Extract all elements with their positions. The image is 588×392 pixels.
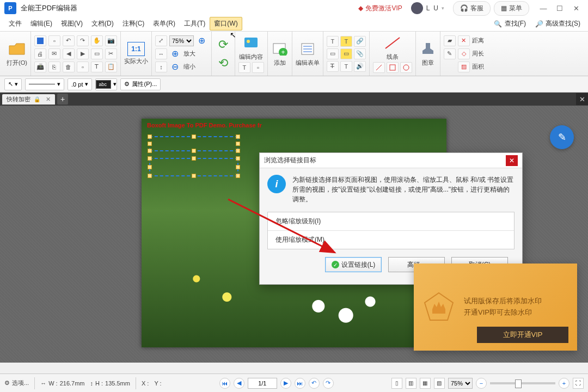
properties-button[interactable]: ⚙ 属性(P)... bbox=[120, 78, 161, 90]
undo-button[interactable]: ↶ bbox=[63, 35, 75, 46]
next-page-button[interactable]: ▶ bbox=[280, 378, 291, 389]
new-button[interactable]: ▫ bbox=[48, 35, 60, 46]
menu-comment[interactable]: 注释(C) bbox=[118, 17, 149, 30]
edit-image-tool[interactable]: ▫ bbox=[252, 62, 264, 73]
zoom-select[interactable]: 75% bbox=[169, 35, 194, 46]
refresh-cw-icon[interactable]: ⟳ bbox=[215, 36, 231, 53]
zoom-in-button[interactable]: + bbox=[559, 378, 569, 389]
next-button[interactable]: ▶ bbox=[77, 48, 89, 59]
arrow-shape[interactable] bbox=[373, 62, 385, 73]
stamp-button[interactable]: 图章 bbox=[419, 40, 437, 67]
snapshot-tool[interactable]: 📷 bbox=[105, 35, 117, 46]
zoom-out-button[interactable]: − bbox=[476, 378, 487, 389]
zoom-in-round-icon[interactable]: ⊕ bbox=[169, 48, 181, 59]
fit-page-button[interactable]: ⤢ bbox=[155, 35, 167, 46]
measure-area-tool[interactable]: ▨ bbox=[458, 62, 470, 72]
add-button[interactable]: + 添加 bbox=[271, 40, 289, 67]
prev-page-button[interactable]: ◀ bbox=[234, 378, 244, 389]
measure-distance-tool[interactable]: ✕ bbox=[458, 35, 470, 46]
refresh-ccw-icon[interactable]: ⟲ bbox=[215, 55, 231, 71]
view-single[interactable]: ▯ bbox=[391, 378, 402, 389]
menu-file[interactable]: 文件 bbox=[4, 17, 26, 30]
opt-ignore-zoom[interactable]: 忽略缩放级别(I) bbox=[268, 212, 514, 231]
edit-content-button[interactable]: 编辑内容 bbox=[239, 34, 263, 61]
redo-button[interactable]: ↷ bbox=[77, 35, 89, 46]
line-style[interactable]: ▾ bbox=[25, 78, 64, 90]
history-back-button[interactable]: ↶ bbox=[309, 378, 320, 389]
support-button[interactable]: 🎧 客服 bbox=[453, 1, 491, 16]
edit-text-tool[interactable]: T bbox=[238, 62, 250, 73]
clipboard-button[interactable]: 📋 bbox=[105, 62, 117, 72]
color-swatch[interactable]: abc ▾ bbox=[95, 78, 117, 90]
menu-edit[interactable]: 编辑(E) bbox=[26, 17, 57, 30]
main-menu-button[interactable]: ▦ 菜单 bbox=[494, 1, 529, 16]
measure-perimeter-tool[interactable]: ◇ bbox=[458, 48, 470, 59]
tabstrip-close-button[interactable]: ✕ bbox=[576, 93, 588, 105]
print-button[interactable]: 🖨 bbox=[34, 48, 46, 59]
open-button[interactable]: 打开(O) bbox=[7, 40, 27, 67]
pencil-tool[interactable]: ✎ bbox=[444, 48, 456, 59]
vip-link[interactable]: ◆ 免费激活VIP bbox=[358, 4, 402, 13]
email-button[interactable]: ✉ bbox=[48, 48, 60, 59]
avatar[interactable] bbox=[411, 2, 423, 14]
fit-height-button[interactable]: ↕ bbox=[155, 62, 167, 72]
user-name[interactable]: L U ▾ bbox=[426, 4, 445, 12]
attach-tool[interactable]: 🔗 bbox=[354, 36, 366, 47]
zoom-in-icon[interactable]: ⊕ bbox=[196, 35, 208, 46]
link-annotation-1[interactable] bbox=[149, 136, 238, 151]
vip-button[interactable]: 立即开通VIP bbox=[477, 327, 568, 343]
arrow-tool[interactable]: ↖ ▾ bbox=[4, 78, 22, 90]
scan-button[interactable]: 📠 bbox=[34, 62, 46, 72]
maximize-button[interactable]: ☐ bbox=[552, 2, 567, 14]
page-input[interactable] bbox=[248, 378, 277, 389]
extra-1-button[interactable]: ▫ bbox=[77, 62, 89, 72]
close-button[interactable]: ✕ bbox=[568, 2, 584, 14]
eraser-tool[interactable]: ▰ bbox=[444, 35, 456, 46]
zoom-out-round-icon[interactable]: ⊖ bbox=[169, 62, 181, 72]
tab-close-icon[interactable]: ✕ bbox=[46, 96, 51, 103]
menu-form[interactable]: 表单(R) bbox=[149, 17, 180, 30]
menu-tools[interactable]: 工具(T) bbox=[180, 17, 210, 30]
advanced-find-button[interactable]: 🔎 高级查找(S) bbox=[531, 17, 584, 30]
add-tab-button[interactable]: + bbox=[57, 94, 68, 105]
actual-size-button[interactable]: 1:1 实际大小 bbox=[124, 42, 148, 65]
options-button[interactable]: ⚙ 选项... bbox=[4, 379, 29, 387]
view-facing[interactable]: ▦ bbox=[420, 378, 431, 389]
dialog-close-button[interactable]: ✕ bbox=[506, 155, 518, 166]
callout-tool[interactable]: ▭ bbox=[340, 48, 352, 59]
zoom-slider[interactable] bbox=[490, 382, 555, 384]
menu-view[interactable]: 视图(V) bbox=[57, 17, 87, 30]
dialog-titlebar[interactable]: 浏览选择链接目标 ✕ bbox=[260, 153, 522, 168]
point-size-input[interactable]: .0 pt ▾ bbox=[68, 78, 92, 90]
edit-form-button[interactable]: 编辑表单 bbox=[296, 40, 320, 67]
set-link-button[interactable]: ✓ 设置链接(L) bbox=[325, 257, 382, 272]
text-select-tool[interactable]: ꓔ bbox=[91, 62, 103, 72]
history-fwd-button[interactable]: ↷ bbox=[323, 378, 334, 389]
select-tool[interactable]: ▭ bbox=[91, 48, 103, 59]
rect-shape[interactable] bbox=[387, 62, 399, 73]
save-button[interactable] bbox=[34, 35, 46, 46]
trash-button[interactable]: 🗑 bbox=[63, 62, 75, 72]
view-cont-facing[interactable]: ▧ bbox=[434, 378, 445, 389]
opt-use-zoom[interactable]: 使用缩放模式(M) bbox=[268, 231, 514, 249]
copy-button[interactable]: ⎘ bbox=[48, 62, 60, 72]
fullscreen-button[interactable]: ⛶ bbox=[573, 378, 584, 389]
first-page-button[interactable]: ⏮ bbox=[219, 378, 230, 389]
strike-tool[interactable]: T̶ bbox=[327, 61, 339, 72]
floating-help-button[interactable]: ✎ bbox=[550, 125, 574, 149]
last-page-button[interactable]: ⏭ bbox=[295, 378, 305, 389]
prev-button[interactable]: ◀ bbox=[63, 48, 75, 59]
fit-width-button[interactable]: ↔ bbox=[155, 48, 167, 59]
oval-shape[interactable] bbox=[400, 62, 412, 73]
highlight-tool[interactable]: T bbox=[327, 36, 339, 47]
link-annotation-2[interactable] bbox=[149, 158, 238, 176]
view-continuous[interactable]: ▥ bbox=[406, 378, 416, 389]
note-tool[interactable]: T bbox=[340, 36, 352, 47]
sound-tool[interactable]: 🔊 bbox=[354, 61, 366, 72]
document-tab[interactable]: 快转加密 🔒 ✕ bbox=[2, 94, 55, 105]
minimize-button[interactable]: — bbox=[536, 2, 551, 14]
hand-tool[interactable]: ✋ bbox=[91, 35, 103, 46]
cut-button[interactable]: ✂ bbox=[105, 48, 117, 59]
find-button[interactable]: 🔍 查找(F) bbox=[491, 17, 529, 30]
menu-window[interactable]: 窗口(W) bbox=[210, 17, 242, 30]
